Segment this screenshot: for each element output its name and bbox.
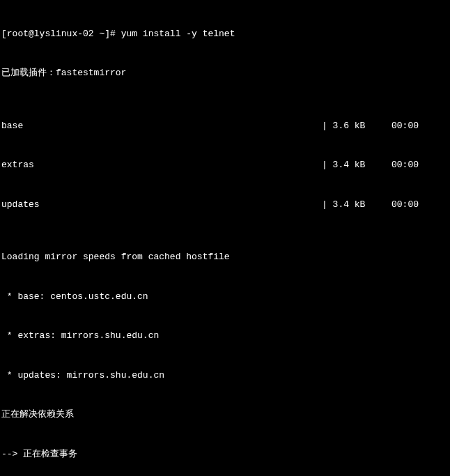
repo-time: 00:00 — [391, 120, 440, 133]
mirror-line: * base: centos.ustc.edu.cn — [1, 291, 449, 304]
repo-name: updates — [1, 199, 322, 212]
text-line: 正在解决依赖关系 — [1, 408, 449, 422]
repo-name: extras — [1, 159, 322, 172]
mirror-line: * updates: mirrors.shu.edu.cn — [1, 369, 449, 383]
terminal-output: [root@lyslinux-02 ~]# yum install -y tel… — [1, 1, 449, 476]
text-line: 已加载插件：fastestmirror — [1, 67, 449, 80]
repo-size: | 3.4 kB — [322, 159, 391, 172]
text-line: --> 正在检查事务 — [1, 448, 449, 461]
repo-row: updates | 3.4 kB 00:00 — [1, 199, 449, 212]
repo-time: 00:00 — [391, 199, 440, 212]
text-line: Loading mirror speeds from cached hostfi… — [1, 251, 449, 264]
repo-time: 00:00 — [391, 159, 440, 172]
repo-row: extras | 3.4 kB 00:00 — [1, 159, 449, 172]
mirror-line: * extras: mirrors.shu.edu.cn — [1, 330, 449, 343]
command-line: [root@lyslinux-02 ~]# yum install -y tel… — [1, 28, 449, 41]
repo-size: | 3.6 kB — [322, 120, 391, 133]
repo-name: base — [1, 120, 322, 133]
repo-size: | 3.4 kB — [322, 199, 391, 212]
repo-row: base | 3.6 kB 00:00 — [1, 120, 449, 133]
